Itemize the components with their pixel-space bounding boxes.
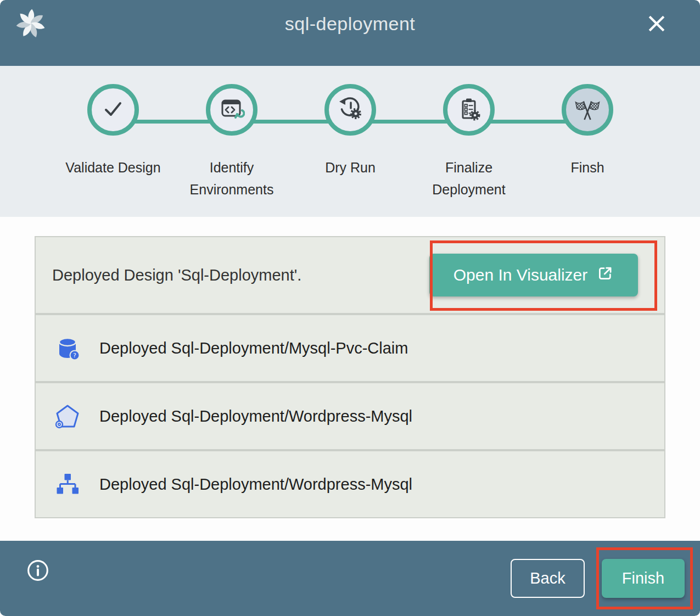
result-row: Deployed Sql-Deployment/Wordpress-Mysql: [36, 451, 664, 517]
close-icon: [645, 29, 668, 37]
step-validate-design[interactable]: Validate Design: [54, 66, 172, 200]
step-label: Finalize Deployment: [414, 156, 524, 200]
back-button[interactable]: Back: [511, 559, 585, 598]
hierarchy-icon: [54, 471, 81, 497]
step-label: Identify Environments: [177, 156, 287, 200]
step-finish[interactable]: Finsh: [528, 66, 647, 200]
info-button[interactable]: [26, 559, 49, 582]
step-dry-run[interactable]: Dry Run: [291, 66, 410, 200]
deployment-wizard-modal: sql-deployment Validate Design: [0, 0, 700, 616]
open-in-visualizer-button[interactable]: Open In Visualizer: [429, 254, 638, 296]
wizard-stepper: Validate Design Identify Environments: [0, 66, 700, 217]
deploy-message-row: Deployed Design 'Sql-Deployment'. Open I…: [36, 237, 664, 313]
result-row: ? Deployed Sql-Deployment/Mysql-Pvc-Clai…: [36, 315, 664, 381]
results-panel: Deployed Design 'Sql-Deployment'. Open I…: [0, 217, 700, 541]
step-circle: [443, 84, 495, 136]
result-text: Deployed Sql-Deployment/Mysql-Pvc-Claim: [99, 339, 408, 357]
step-circle-active: [562, 84, 613, 136]
step-label: Validate Design: [65, 156, 160, 178]
step-label: Dry Run: [325, 156, 376, 178]
database-icon: ?: [54, 335, 81, 361]
result-text: Deployed Sql-Deployment/Wordpress-Mysql: [99, 407, 412, 425]
code-wrench-icon: [219, 96, 245, 124]
finish-button[interactable]: Finish: [602, 559, 685, 598]
modal-footer: Back Finish: [0, 541, 700, 616]
pentagon-icon: [54, 403, 81, 429]
svg-text:?: ?: [73, 352, 76, 359]
close-button[interactable]: [645, 12, 668, 35]
result-row: Deployed Sql-Deployment/Wordpress-Mysql: [36, 383, 664, 449]
deployment-results-list: Deployed Design 'Sql-Deployment'. Open I…: [35, 236, 665, 518]
step-label: Finsh: [570, 156, 604, 178]
info-icon: [26, 575, 49, 584]
step-circle: [87, 84, 139, 136]
result-text: Deployed Sql-Deployment/Wordpress-Mysql: [99, 475, 412, 494]
checkered-flags-icon: [574, 96, 601, 124]
modal-title: sql-deployment: [0, 13, 700, 35]
modal-header: sql-deployment: [0, 0, 700, 66]
check-icon: [100, 96, 126, 124]
step-finalize-deployment[interactable]: Finalize Deployment: [410, 66, 528, 200]
step-identify-environments[interactable]: Identify Environments: [172, 66, 291, 200]
step-circle: [324, 84, 376, 136]
step-circle: [206, 84, 257, 136]
dry-run-icon: [337, 96, 363, 124]
external-link-icon: [596, 265, 614, 286]
clipboard-gear-icon: [456, 96, 482, 124]
open-in-visualizer-label: Open In Visualizer: [453, 266, 588, 284]
deploy-message: Deployed Design 'Sql-Deployment'.: [52, 266, 301, 284]
